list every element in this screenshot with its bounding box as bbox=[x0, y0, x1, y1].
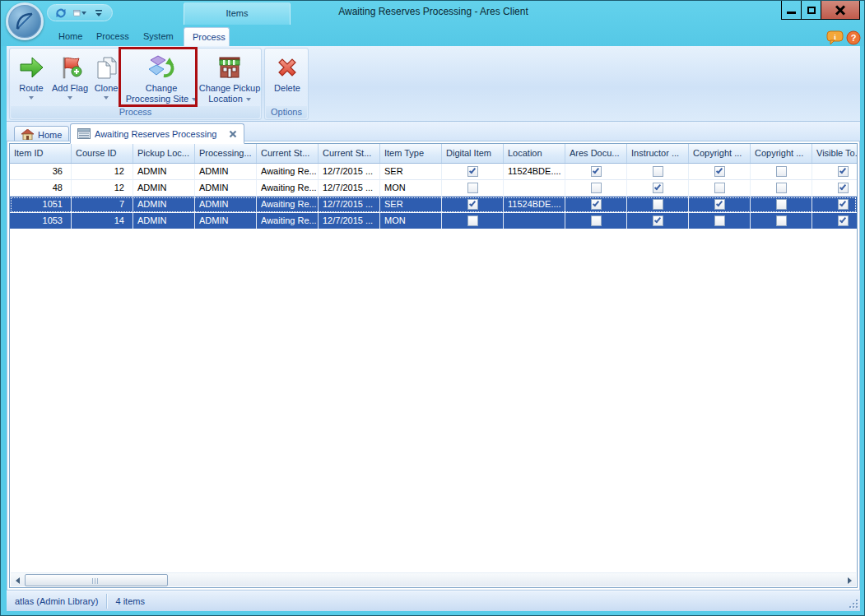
help-icon[interactable]: ? bbox=[846, 30, 861, 47]
cell: 12/7/2015 ... bbox=[319, 213, 380, 229]
items-grid: Item IDCourse IDPickup Loc...Processing.… bbox=[9, 143, 858, 588]
column-header-course-id[interactable]: Course ID bbox=[72, 144, 133, 163]
add-flag-button[interactable]: Add Flag bbox=[51, 52, 89, 108]
maximize-button[interactable] bbox=[801, 1, 821, 20]
contextual-tab-group-items: Items bbox=[184, 2, 291, 25]
scrollbar-thumb[interactable] bbox=[25, 574, 168, 586]
cell-checkbox bbox=[812, 197, 857, 213]
column-header-pickup-loc[interactable]: Pickup Loc... bbox=[133, 144, 195, 163]
doc-tab-awaiting-reserves-processing[interactable]: Awaiting Reserves Processing bbox=[70, 123, 244, 144]
column-header-copyright[interactable]: Copyright ... bbox=[689, 144, 751, 163]
new-item-icon[interactable] bbox=[73, 7, 86, 20]
cell: 12/7/2015 ... bbox=[319, 180, 380, 197]
resize-grip-icon[interactable] bbox=[848, 598, 858, 608]
doc-tab-label: Awaiting Reserves Processing bbox=[95, 129, 216, 139]
scroll-right-button[interactable] bbox=[843, 573, 856, 587]
ribbon-tab-bar: Home Process System Process bbox=[1, 25, 865, 46]
scroll-left-button[interactable] bbox=[11, 573, 24, 587]
cell-checkbox bbox=[442, 164, 504, 180]
horizontal-scrollbar[interactable] bbox=[11, 572, 856, 586]
checkbox-unchecked-icon bbox=[467, 215, 478, 226]
checkbox-unchecked-icon bbox=[653, 166, 663, 177]
checkbox-checked-icon bbox=[838, 166, 849, 177]
delete-button[interactable]: Delete bbox=[268, 52, 306, 108]
cell-checkbox bbox=[565, 180, 627, 197]
column-header-processing[interactable]: Processing... bbox=[195, 144, 257, 163]
cell-checkbox bbox=[627, 164, 689, 180]
table-row[interactable]: 10517ADMINADMINAwaiting Re...12/7/2015 .… bbox=[10, 197, 857, 213]
cell-checkbox bbox=[565, 197, 627, 213]
column-header-location[interactable]: Location bbox=[504, 144, 565, 163]
change-processing-site-button[interactable]: Change Processing Site bbox=[125, 52, 198, 108]
cell-checkbox bbox=[689, 180, 751, 197]
cell-checkbox bbox=[689, 164, 751, 180]
column-header-current-st[interactable]: Current St... bbox=[319, 144, 380, 163]
svg-text:?: ? bbox=[851, 33, 857, 43]
route-button[interactable]: Route bbox=[13, 52, 49, 108]
chevron-down-icon bbox=[29, 96, 34, 100]
column-header-ares-docu[interactable]: Ares Docu... bbox=[565, 144, 627, 163]
status-bar: atlas (Admin Library) 4 items bbox=[7, 590, 860, 611]
group-label: Process bbox=[11, 106, 260, 118]
chevron-down-icon bbox=[104, 96, 109, 100]
cell-checkbox bbox=[689, 197, 751, 213]
cell: MON bbox=[380, 180, 442, 197]
doc-tab-label: Home bbox=[38, 130, 62, 140]
checkbox-checked-icon bbox=[838, 183, 849, 193]
app-window: Items Awaiting Reserves Processing - Are… bbox=[0, 0, 865, 616]
window-title: Awaiting Reserves Processing - Ares Clie… bbox=[1, 6, 865, 17]
clone-button[interactable]: Clone bbox=[90, 52, 123, 108]
checkbox-unchecked-icon bbox=[591, 215, 602, 226]
checkbox-checked-icon bbox=[714, 166, 725, 177]
ribbon-tab-process-contextual[interactable]: Process bbox=[184, 27, 230, 46]
refresh-icon[interactable] bbox=[54, 7, 67, 20]
tab-close-icon[interactable] bbox=[229, 130, 237, 138]
table-row[interactable]: 3612ADMINADMINAwaiting Re...12/7/2015 ..… bbox=[10, 164, 857, 180]
maximize-icon bbox=[807, 7, 816, 14]
title-bar: Items Awaiting Reserves Processing - Are… bbox=[1, 1, 865, 46]
ribbon-tab-home[interactable]: Home bbox=[50, 27, 91, 46]
column-header-item-id[interactable]: Item ID bbox=[10, 144, 72, 163]
column-header-visible-to[interactable]: Visible To... bbox=[812, 144, 857, 163]
cell: MON bbox=[380, 213, 442, 229]
checkbox-unchecked-icon bbox=[776, 183, 787, 193]
minimize-icon bbox=[787, 12, 796, 14]
checkbox-checked-icon bbox=[714, 199, 725, 210]
ribbon-group-options: Options Delete bbox=[264, 48, 309, 120]
ribbon-tab-system[interactable]: System bbox=[135, 27, 182, 46]
cell: 12 bbox=[72, 164, 133, 180]
column-header-item-type[interactable]: Item Type bbox=[380, 144, 442, 163]
qat-customize-icon[interactable] bbox=[92, 7, 105, 20]
cell-checkbox bbox=[751, 197, 812, 213]
column-header-copyright[interactable]: Copyright ... bbox=[751, 144, 812, 163]
table-row[interactable]: 105314ADMINADMINAwaiting Re...12/7/2015 … bbox=[10, 213, 857, 229]
checkbox-unchecked-icon bbox=[714, 215, 725, 226]
application-menu-button[interactable] bbox=[6, 2, 44, 40]
quick-access-toolbar bbox=[47, 4, 113, 21]
cell: ADMIN bbox=[195, 164, 257, 180]
close-button[interactable] bbox=[821, 1, 860, 20]
cell: Awaiting Re... bbox=[257, 213, 319, 229]
cell-checkbox bbox=[751, 180, 812, 197]
cell: 1053 bbox=[10, 213, 72, 229]
grid-body: 3612ADMINADMINAwaiting Re...12/7/2015 ..… bbox=[10, 164, 857, 229]
column-header-instructor[interactable]: Instructor ... bbox=[627, 144, 689, 163]
cell: 48 bbox=[10, 180, 72, 197]
cell: 1051 bbox=[10, 197, 72, 213]
checkbox-unchecked-icon bbox=[776, 199, 787, 210]
minimize-button[interactable] bbox=[781, 1, 802, 20]
change-pickup-location-button[interactable]: Change Pickup Location bbox=[198, 52, 261, 108]
doc-tab-home[interactable]: Home bbox=[14, 126, 69, 143]
column-header-current-st[interactable]: Current St... bbox=[257, 144, 319, 163]
arrow-right-icon bbox=[848, 577, 852, 584]
table-row[interactable]: 4812ADMINADMINAwaiting Re...12/7/2015 ..… bbox=[10, 180, 857, 197]
about-info-icon[interactable]: i bbox=[826, 30, 844, 47]
cell: ADMIN bbox=[133, 197, 195, 213]
checkbox-unchecked-icon bbox=[653, 199, 663, 210]
chevron-down-icon bbox=[67, 96, 72, 100]
ribbon: Process Route bbox=[7, 46, 860, 122]
column-header-digital-item[interactable]: Digital Item bbox=[442, 144, 504, 163]
checkbox-checked-icon bbox=[838, 199, 849, 210]
ribbon-tab-process[interactable]: Process bbox=[88, 27, 137, 46]
checkbox-checked-icon bbox=[467, 199, 478, 210]
